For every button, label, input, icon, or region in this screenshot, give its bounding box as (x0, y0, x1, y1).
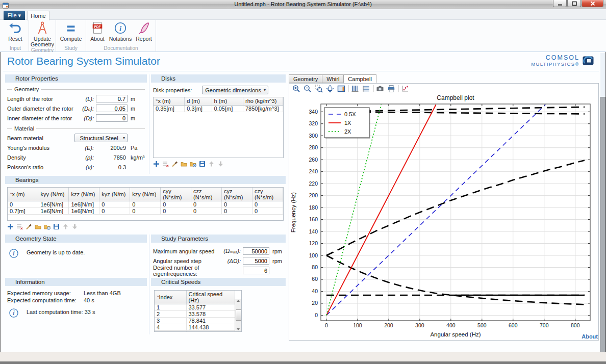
load-folder-icon[interactable] (35, 223, 41, 230)
update-geometry-button[interactable]: Update Geometry (31, 20, 54, 47)
zoom-in-icon[interactable] (292, 85, 300, 93)
table-scrollbar[interactable] (235, 299, 241, 331)
title-bar[interactable]: Untitled.mph - Rotor Bearing System Simu… (0, 0, 606, 9)
zoom-selected-icon[interactable] (315, 85, 323, 93)
eigenfrequencies-input[interactable] (243, 267, 269, 274)
inner-diameter-input[interactable] (96, 114, 128, 122)
table-cell[interactable]: 1e6[N/m] (69, 201, 99, 208)
rotor-length-input[interactable] (96, 95, 128, 102)
notations-button[interactable]: Notations (107, 20, 134, 45)
load-folder-icon[interactable] (181, 161, 187, 167)
compute-button[interactable]: Compute (58, 20, 84, 45)
maximize-button[interactable] (567, 0, 581, 7)
tab-whirl[interactable]: Whirl (322, 74, 343, 83)
column-header[interactable]: d (m) (185, 97, 212, 105)
tab-geometry[interactable]: Geometry (289, 74, 322, 83)
table-cell[interactable]: 0 (99, 201, 130, 208)
table-cell[interactable]: 0 (191, 208, 222, 215)
plot-points-icon[interactable] (401, 85, 409, 93)
table-cell[interactable]: 0.05[m] (212, 105, 243, 112)
column-header[interactable]: h (m) (212, 97, 243, 105)
table-cell[interactable]: 7850[kg/m^3] (243, 105, 283, 112)
reset-button[interactable]: Reset (4, 20, 27, 45)
table-cell[interactable]: 0 (222, 201, 252, 208)
table-cell[interactable]: 78.841 (186, 318, 235, 324)
column-header[interactable]: czy (N*s/m) (252, 188, 283, 201)
move-up-icon[interactable] (208, 161, 215, 167)
table-cell[interactable]: 0 (8, 201, 38, 208)
table-cell[interactable]: 1e6[N/m] (69, 208, 99, 215)
save-table-icon[interactable] (53, 223, 60, 230)
about-button[interactable]: About (88, 20, 107, 45)
column-header[interactable]: cyy (N*s/m) (161, 188, 191, 201)
snapshot-camera-icon[interactable] (376, 85, 384, 93)
table-cell[interactable]: 0 (99, 208, 130, 215)
table-cell[interactable]: 0 (222, 208, 252, 215)
table-cell[interactable]: 5 (155, 331, 186, 332)
table-cell[interactable]: 0.7[m] (8, 208, 38, 215)
outer-diameter-input[interactable] (96, 105, 128, 112)
move-up-icon[interactable] (62, 223, 69, 230)
table-cell[interactable]: 144.438 (186, 324, 235, 331)
table-cell[interactable]: 33.578 (186, 311, 235, 318)
table-cell[interactable]: 3 (155, 318, 186, 324)
load-add-folder-icon[interactable] (44, 223, 50, 230)
file-menu-button[interactable]: File ▾ (4, 11, 25, 20)
table-cell[interactable]: 0 (130, 208, 161, 215)
print-icon[interactable] (387, 85, 395, 93)
table-cell[interactable]: 0 (252, 201, 283, 208)
column-header[interactable]: kzy (N/m) (130, 188, 161, 201)
table-cell[interactable]: 338.673 (186, 331, 235, 332)
table-cell[interactable]: 0 (252, 208, 283, 215)
y-grid-icon[interactable] (362, 85, 370, 93)
app-scrollbar-thumb[interactable] (600, 97, 605, 359)
axis-limits-icon[interactable] (337, 85, 345, 93)
column-header[interactable]: rho (kg/m^3) (243, 97, 283, 105)
table-cell[interactable]: 1 (155, 304, 186, 311)
clear-table-icon[interactable] (16, 223, 23, 230)
table-cell[interactable]: 0 (161, 208, 191, 215)
column-header[interactable]: x (m) (8, 188, 38, 201)
column-header[interactable]: Critical speed (Hz) (186, 291, 235, 304)
save-table-icon[interactable] (199, 161, 206, 167)
clear-table-icon[interactable] (162, 161, 169, 167)
load-add-folder-icon[interactable] (190, 161, 196, 167)
move-down-icon[interactable] (71, 223, 78, 230)
table-cell[interactable]: 0.3[m] (185, 105, 212, 112)
table-cell[interactable]: 0.35[m] (154, 105, 185, 112)
report-button[interactable]: Report (134, 20, 154, 45)
scroll-up-icon[interactable] (236, 299, 240, 302)
column-header[interactable]: kyy (N/m) (38, 188, 69, 201)
x-grid-icon[interactable] (351, 85, 359, 93)
table-cell[interactable]: 0 (130, 201, 161, 208)
tab-home[interactable]: Home (27, 11, 49, 20)
column-header[interactable]: kyz (N/m) (99, 188, 130, 201)
add-row-icon[interactable] (153, 161, 160, 167)
table-cell[interactable]: 1e6[N/m] (38, 201, 69, 208)
table-cell[interactable]: 1e6[N/m] (38, 208, 69, 215)
angular-speed-step-input[interactable] (243, 257, 269, 265)
disk-properties-select[interactable]: Geometric dimensions ▾ (202, 86, 268, 94)
add-row-icon[interactable] (7, 223, 14, 230)
column-header[interactable]: Index (155, 291, 186, 304)
zoom-out-icon[interactable] (304, 85, 312, 93)
brush-icon[interactable] (26, 223, 32, 230)
column-header[interactable]: czz (N*s/m) (191, 188, 222, 201)
table-cell[interactable]: 2 (155, 311, 186, 318)
table-cell[interactable]: 0 (161, 201, 191, 208)
close-button[interactable] (582, 0, 603, 7)
campbell-plot[interactable]: 0100200300400500600700800020406080100120… (289, 94, 597, 340)
scroll-down-icon[interactable] (236, 328, 240, 331)
beam-material-select[interactable]: Structural Steel ▾ (74, 134, 128, 142)
minimize-button[interactable] (553, 0, 567, 7)
about-link[interactable]: About (289, 333, 598, 340)
table-cell[interactable]: 33.577 (186, 304, 235, 311)
max-angular-speed-input[interactable] (243, 247, 269, 255)
tab-campbell[interactable]: Campbell (343, 74, 376, 83)
column-header[interactable]: cyz (N*s/m) (222, 188, 252, 201)
app-scrollbar[interactable] (600, 53, 605, 359)
zoom-extents-icon[interactable] (326, 85, 334, 93)
brush-icon[interactable] (171, 161, 178, 167)
table-cell[interactable]: 0 (191, 201, 222, 208)
column-header[interactable]: x (m) (154, 97, 185, 105)
